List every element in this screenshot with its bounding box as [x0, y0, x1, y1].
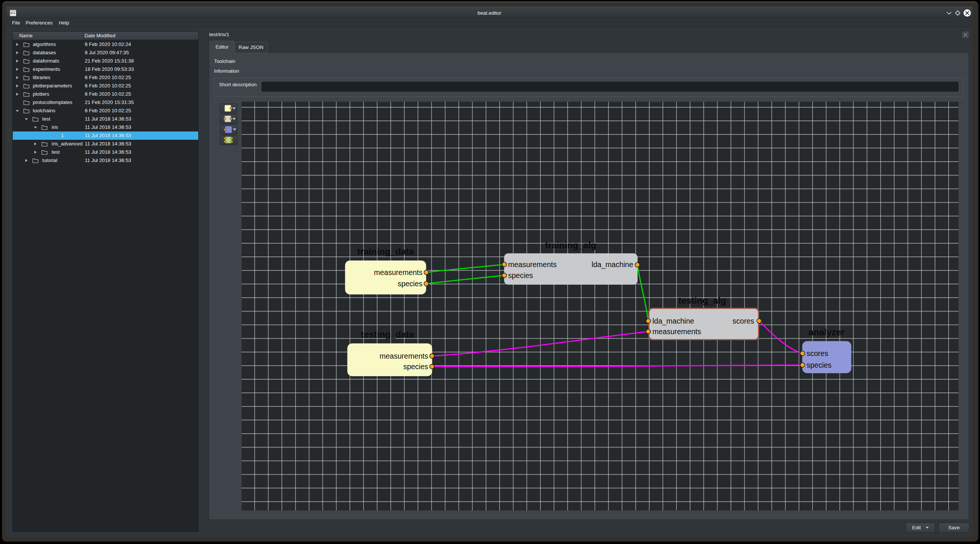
- svg-text:testing_alg: testing_alg: [678, 295, 726, 306]
- svg-text:species: species: [508, 271, 533, 279]
- svg-text:scores: scores: [733, 317, 755, 325]
- svg-text:testing_data: testing_data: [361, 329, 414, 339]
- svg-text:measurements: measurements: [374, 268, 423, 276]
- svg-text:scores: scores: [807, 349, 829, 357]
- svg-text:species: species: [398, 279, 423, 288]
- svg-text:training_alg: training_alg: [545, 240, 596, 250]
- svg-text:species: species: [403, 362, 428, 371]
- svg-text:lda_machine: lda_machine: [652, 317, 694, 325]
- svg-text:measurements: measurements: [380, 352, 428, 360]
- svg-text:training_data: training_data: [357, 246, 414, 257]
- svg-text:lda_machine: lda_machine: [592, 260, 633, 269]
- svg-text:analyzer: analyzer: [808, 327, 845, 337]
- svg-text:species: species: [807, 361, 832, 369]
- svg-text:measurements: measurements: [508, 260, 557, 269]
- svg-text:measurements: measurements: [652, 327, 701, 336]
